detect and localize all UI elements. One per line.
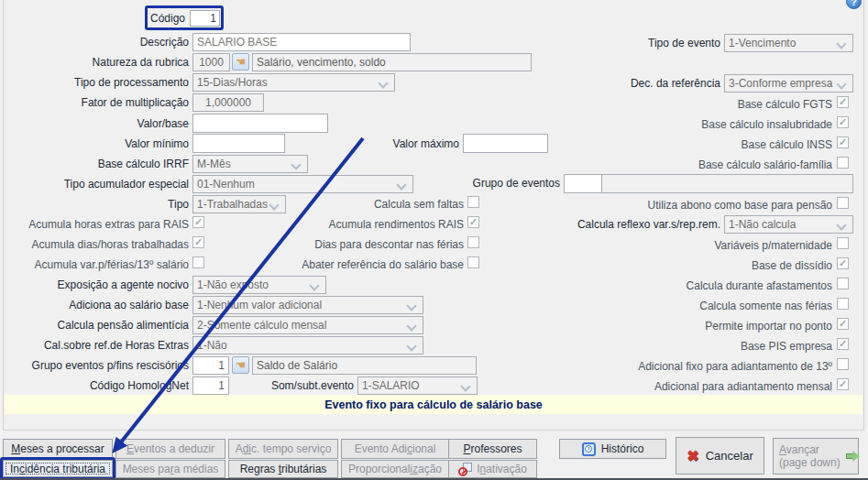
meses-a-processar-button[interactable]: Meses a processar <box>3 439 113 459</box>
acumula-dias-checkbox[interactable]: ✓ <box>192 236 204 248</box>
dec-referencia-dropdown[interactable]: 3-Conforme empresa <box>724 74 853 93</box>
permite-importar-checkbox[interactable]: ✓ <box>837 318 849 330</box>
pensao-dropdown[interactable]: 2-Somente cálculo mensal <box>192 316 423 334</box>
natureza-desc-value: Salário, vencimento, soldo <box>257 56 386 69</box>
salario-familia-label: Base cálculo salário-família <box>550 158 832 172</box>
natureza-code-input[interactable]: 1000 <box>192 53 230 71</box>
valor-minimo-input[interactable] <box>192 134 285 153</box>
calcula-reflexo-label: Calcula reflexo var.s/rep.rem. <box>495 218 720 232</box>
homolognet-value: 1 <box>218 379 225 392</box>
checkmark: ✓ <box>839 258 847 268</box>
cal-horas-extras-value: 1-Não <box>197 339 227 352</box>
acumula-rend-rais-checkbox[interactable]: ✓ <box>467 216 479 228</box>
base-dissidio-checkbox[interactable]: ✓ <box>837 257 849 269</box>
checkmark: ✓ <box>839 117 847 127</box>
codigo-value: 1 <box>210 12 216 25</box>
eventos-a-deduzir-button[interactable]: Eventos a deduzir <box>115 439 225 459</box>
exposicao-label: Exposição a agente nocivo <box>7 278 189 292</box>
panel-left-edge <box>3 0 4 430</box>
checkmark: ✓ <box>194 237 203 247</box>
evento-adicional-button[interactable]: Evento Adicional <box>341 439 449 459</box>
insalubridade-checkbox[interactable]: ✓ <box>837 116 849 128</box>
button-label: Avançar (page down) <box>779 443 841 469</box>
calcula-reflexo-dropdown[interactable]: 1-Não calcula <box>724 215 853 234</box>
base-pis-checkbox[interactable]: ✓ <box>837 338 849 350</box>
button-label: Regras tributárias <box>240 463 327 475</box>
pensao-value: 2-Somente cálculo mensal <box>197 319 326 332</box>
forward-arrow-icon <box>846 451 852 462</box>
fgts-checkbox[interactable]: ✓ <box>837 96 849 108</box>
historico-button[interactable]: Histórico <box>559 439 666 459</box>
adiciona-salario-dropdown[interactable]: 1-Nenhum valor adicional <box>192 296 423 314</box>
calcula-afastamentos-checkbox[interactable] <box>837 278 849 289</box>
tipo-acumulador-value: 01-Nenhum <box>197 178 255 191</box>
exposicao-value: 1-Não exposto <box>197 278 269 291</box>
panel-bottom-edge <box>3 430 864 431</box>
permite-importar-label: Permite importar no ponto <box>550 320 832 333</box>
inss-checkbox[interactable]: ✓ <box>837 136 849 148</box>
tipo-processamento-dropdown[interactable]: 15-Dias/Horas <box>192 73 395 92</box>
acumula-he-rais-checkbox[interactable]: ✓ <box>192 216 204 228</box>
tipo-acumulador-dropdown[interactable]: 01-Nenhum <box>192 175 413 193</box>
exposicao-dropdown[interactable]: 1-Não exposto <box>192 276 326 294</box>
tipo-evento-value: 1-Vencimento <box>729 37 796 49</box>
natureza-lookup-hand-icon[interactable]: ☚ <box>232 53 249 71</box>
cancelar-button[interactable]: ✖ Cancelar <box>676 437 764 475</box>
descricao-value: SALARIO BASE <box>197 36 277 49</box>
grupo-eventos-code-input[interactable] <box>564 174 602 193</box>
som-subt-dropdown[interactable]: 1-SALARIO <box>357 376 478 395</box>
valor-maximo-input[interactable] <box>463 134 548 153</box>
inativacao-button[interactable]: Inativação <box>448 460 537 478</box>
professores-button[interactable]: Professores <box>448 439 537 459</box>
dias-descontar-label: Dias para descontar nas férias <box>275 238 464 252</box>
button-label: Histórico <box>601 442 644 455</box>
adicional-13-checkbox[interactable] <box>837 358 849 370</box>
variaveis-maternidade-checkbox[interactable] <box>837 237 849 249</box>
natureza-label: Natureza da rubrica <box>7 56 189 70</box>
acumula-var-ferias-checkbox[interactable] <box>192 256 204 268</box>
button-label: Eventos a deduzir <box>126 442 214 455</box>
tipo-acumulador-label: Tipo acumulador especial <box>7 178 189 191</box>
valor-minimo-label: Valor mínimo <box>7 137 189 151</box>
grupo-rescisorios-desc-field: Saldo de Salário <box>252 356 477 375</box>
dias-descontar-checkbox[interactable] <box>467 236 479 248</box>
tipo-dropdown[interactable]: 1-Trabalhadas <box>192 195 286 213</box>
meses-para-medias-button[interactable]: Meses para médias <box>115 460 225 478</box>
avancar-button[interactable]: Avançar (page down) <box>773 438 859 475</box>
descricao-input[interactable]: SALARIO BASE <box>192 33 411 51</box>
button-label: Professores <box>463 442 522 455</box>
grupo-eventos-desc-field <box>601 174 853 193</box>
utiliza-abono-checkbox[interactable] <box>837 197 849 209</box>
codigo-input[interactable]: 1 <box>190 10 220 27</box>
valor-base-input[interactable] <box>192 114 328 133</box>
fator-input[interactable]: 1,000000 <box>192 93 264 112</box>
proporcionalizacao-button[interactable]: Proporcionalização <box>341 460 449 478</box>
calcula-sem-faltas-checkbox[interactable] <box>467 196 479 208</box>
descricao-label: Descrição <box>7 36 189 49</box>
grupo-rescisorios-lookup-hand-icon[interactable]: ☚ <box>232 356 249 374</box>
salario-familia-checkbox[interactable] <box>837 157 849 169</box>
homolognet-input[interactable]: 1 <box>192 376 229 395</box>
insalubridade-label: Base cálculo insalubridade <box>550 118 832 132</box>
dec-referencia-label: Dec. da referência <box>513 77 720 91</box>
utiliza-abono-label: Utiliza abono como base para pensão <box>550 199 832 213</box>
cal-horas-extras-dropdown[interactable]: 1-Não <box>192 336 423 355</box>
adic-tempo-servico-button[interactable]: Adic. tempo serviço <box>228 439 338 459</box>
calcula-somente-ferias-checkbox[interactable] <box>837 298 849 310</box>
incidencia-highlight-box: Incidência tributária <box>0 457 115 480</box>
tipo-evento-dropdown[interactable]: 1-Vencimento <box>724 34 853 52</box>
adicional-mensal-checkbox[interactable]: ✓ <box>837 378 849 390</box>
adicional-13-label: Adicional fixo para adiantamento de 13º <box>550 360 832 374</box>
help-icon[interactable]: ? <box>846 0 862 9</box>
base-pis-label: Base PIS empresa <box>550 340 832 354</box>
tipo-label: Tipo <box>7 198 189 212</box>
acumula-rend-rais-label: Acumula rendimentos RAIS <box>275 218 464 232</box>
button-label: Evento Adicional <box>355 442 436 455</box>
base-irrf-dropdown[interactable]: M-Mês <box>192 155 308 173</box>
regras-tributarias-button[interactable]: Regras tributárias <box>228 460 338 478</box>
button-label: Incidência tributária <box>10 463 105 475</box>
grupo-rescisorios-code-input[interactable]: 1 <box>192 356 229 375</box>
incidencia-tributaria-button[interactable]: Incidência tributária <box>3 460 113 477</box>
panel-right-edge <box>863 0 864 430</box>
abater-referencia-checkbox[interactable] <box>467 256 479 268</box>
